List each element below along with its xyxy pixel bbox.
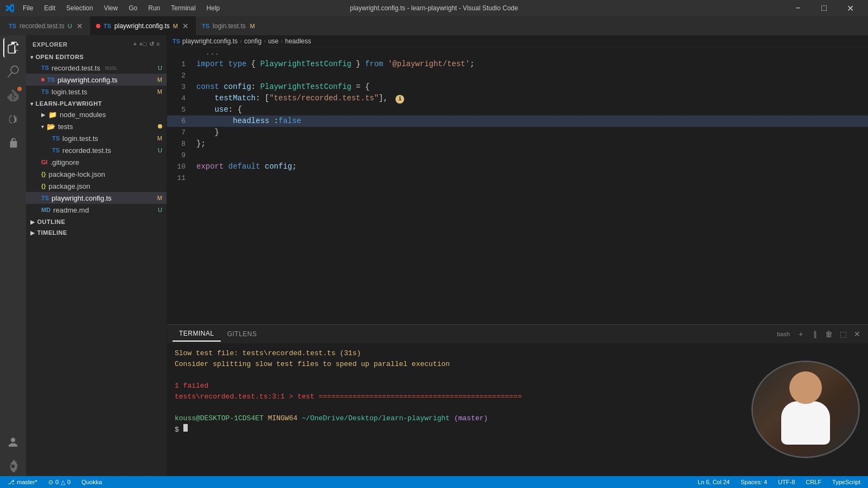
line-content — [194, 172, 868, 184]
file-recorded-test[interactable]: TS recorded.test.ts U — [26, 144, 167, 156]
prompt-user: kouss@DESKTOP-1CDS4ET — [175, 414, 264, 422]
file-gitignore[interactable]: GI .gitignore — [26, 156, 167, 168]
ts-icon: TS — [52, 135, 60, 142]
trash-icon[interactable]: 🗑 — [824, 329, 834, 339]
line-number — [167, 47, 194, 59]
filename: login.test.ts — [52, 88, 87, 96]
timeline-header[interactable]: ▶ TIMELINE — [26, 228, 167, 237]
status-encoding[interactable]: UTF-8 — [776, 476, 797, 488]
menu-edit[interactable]: Edit — [40, 3, 60, 13]
activity-extensions[interactable] — [3, 133, 23, 153]
activity-search[interactable] — [3, 62, 23, 81]
close-button[interactable]: ✕ — [838, 0, 863, 16]
file-readme[interactable]: MD readme.md U — [26, 204, 167, 216]
folder-chevron: ▾ — [41, 124, 44, 130]
status-line-ending[interactable]: CRLF — [803, 476, 824, 488]
tab-label: playwright.config.ts — [114, 22, 170, 30]
tab-close-icon[interactable]: ✕ — [75, 22, 84, 30]
line-number: 6 — [167, 115, 194, 127]
code-line-2: 2 — [167, 70, 868, 81]
open-editor-recorded[interactable]: TS recorded.test.ts tests U — [26, 62, 167, 74]
title-bar-menus[interactable]: File Edit Selection View Go Run Terminal… — [18, 3, 224, 13]
minimize-button[interactable]: − — [786, 0, 810, 16]
menu-view[interactable]: View — [99, 3, 122, 13]
status-language[interactable]: TypeScript — [830, 476, 863, 488]
menu-terminal[interactable]: Terminal — [167, 3, 200, 13]
status-errors[interactable]: ⊙ 0 △ 0 — [46, 476, 73, 488]
menu-run[interactable]: Run — [144, 3, 164, 13]
terminal-tab-gitlens[interactable]: GITLENS — [221, 327, 264, 341]
error-indicator — [96, 24, 100, 28]
file-login-test[interactable]: TS login.test.ts M — [26, 132, 167, 144]
webcam-person — [773, 366, 838, 453]
maximize-button[interactable]: □ — [812, 0, 837, 16]
status-spaces[interactable]: Spaces: 4 — [738, 476, 769, 488]
new-folder-icon[interactable]: +□ — [139, 41, 147, 48]
sidebar-header: Explorer + +□ ↺ ≡ — [26, 35, 167, 51]
breadcrumb-sep1: › — [240, 37, 242, 45]
breadcrumb-config[interactable]: config — [244, 37, 261, 45]
vscode-logo-icon — [5, 4, 14, 12]
folder-node-modules[interactable]: ▶ 📁 node_modules — [26, 108, 167, 120]
sidebar: Explorer + +□ ↺ ≡ ▾ Open Editors TS reco… — [26, 35, 167, 476]
line-ending-text: CRLF — [806, 479, 821, 485]
terminal-tab-terminal[interactable]: TERMINAL — [173, 326, 221, 342]
new-file-icon[interactable]: + — [133, 41, 137, 48]
maximize-terminal-button[interactable]: ⬚ — [838, 329, 848, 339]
breadcrumb-use[interactable]: use — [268, 37, 278, 45]
menu-go[interactable]: Go — [124, 3, 142, 13]
tab-playwright-config[interactable]: TS playwright.config.ts M ✕ — [90, 16, 196, 35]
terminal-line-1: Slow test file: tests\recorded.test.ts (… — [175, 348, 860, 359]
split-terminal-button[interactable]: ∥ — [809, 329, 820, 339]
badge-m: M — [157, 88, 162, 95]
open-editor-playwright-config[interactable]: TS playwright.config.ts M — [26, 74, 167, 86]
badge-u: U — [158, 65, 162, 71]
open-editor-login[interactable]: TS login.test.ts M — [26, 86, 167, 98]
line-number: 3 — [167, 81, 194, 93]
refresh-icon[interactable]: ↺ — [149, 41, 155, 48]
folder-tests[interactable]: ▾ 📂 tests — [26, 120, 167, 132]
activity-account[interactable] — [3, 433, 23, 452]
ts-icon: TS — [41, 195, 49, 201]
webcam-content — [753, 362, 858, 457]
sidebar-header-icons[interactable]: + +□ ↺ ≡ — [133, 41, 160, 48]
activity-git[interactable] — [3, 86, 23, 105]
status-quokka[interactable]: Quokka — [79, 476, 104, 488]
folder-chevron: ▶ — [41, 112, 46, 118]
menu-file[interactable]: File — [18, 3, 37, 13]
collapse-icon[interactable]: ≡ — [156, 41, 160, 48]
breadcrumb-headless[interactable]: headless — [285, 37, 311, 45]
ts-icon: TS — [104, 23, 111, 29]
badge-m: M — [157, 76, 162, 83]
chevron-icon: ▾ — [30, 54, 34, 60]
status-position[interactable]: Ln 6, Col 24 — [695, 476, 732, 488]
file-package-lock[interactable]: {} package-lock.json — [26, 168, 167, 180]
close-terminal-button[interactable]: ✕ — [852, 329, 863, 339]
line-content: export default config; — [194, 161, 868, 172]
code-editor[interactable]: ... 1 import type { PlaywrightTestConfig… — [167, 47, 868, 324]
activity-debug[interactable] — [3, 110, 23, 129]
outline-header[interactable]: ▶ OUTLINE — [26, 217, 167, 227]
outline-section: ▶ OUTLINE — [26, 217, 167, 227]
status-git-branch[interactable]: ⎇ master* — [5, 476, 40, 488]
filename: .gitignore — [50, 158, 79, 166]
file-package-json[interactable]: {} package.json — [26, 180, 167, 192]
open-editors-header[interactable]: ▾ Open Editors — [26, 52, 167, 62]
chevron-icon: ▾ — [30, 101, 34, 107]
code-line-10: 10 export default config; — [167, 161, 868, 172]
add-terminal-button[interactable]: + — [795, 329, 806, 339]
tab-recorded-test[interactable]: TS recorded.test.ts U ✕ — [3, 16, 90, 35]
activity-settings[interactable] — [3, 457, 23, 476]
tab-badge-u: U — [68, 23, 72, 29]
menu-help[interactable]: Help — [202, 3, 225, 13]
tab-login-test[interactable]: TS login.test.ts M — [196, 16, 261, 35]
learn-playwright-header[interactable]: ▾ LEARN-PLAYWRIGHT — [26, 99, 167, 108]
breadcrumb-file[interactable]: playwright.config.ts — [182, 37, 238, 45]
menu-selection[interactable]: Selection — [62, 3, 97, 13]
code-line-7: 7 } — [167, 127, 868, 138]
activity-explorer[interactable] — [3, 38, 23, 57]
prompt-dir: ~/OneDrive/Desktop/learn-playwright — [302, 414, 450, 422]
tab-close-active-icon[interactable]: ✕ — [181, 22, 190, 30]
file-playwright-config[interactable]: TS playwright.config.ts M — [26, 192, 167, 204]
code-line-9: 9 — [167, 150, 868, 161]
